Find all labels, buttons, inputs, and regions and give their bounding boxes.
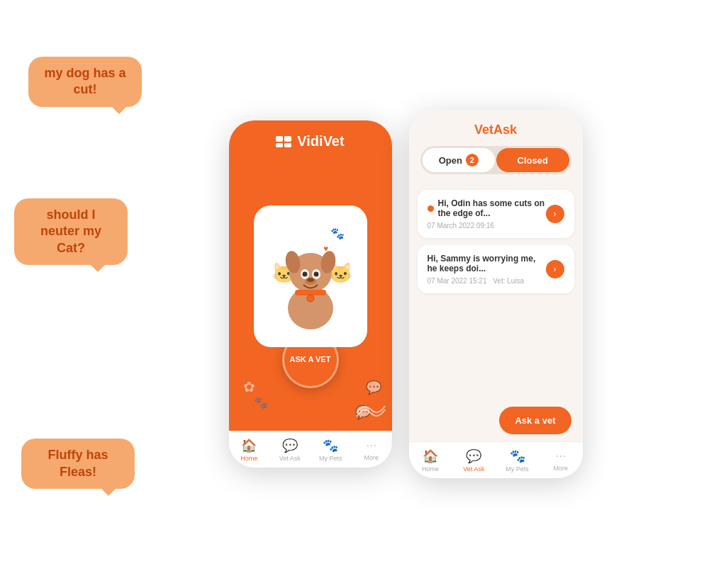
phone2-nav: 🏠 Home 💬 Vet Ask 🐾 My Pets ··· More xyxy=(409,441,583,478)
svg-rect-1 xyxy=(284,136,291,142)
nav-home-1[interactable]: 🏠 Home xyxy=(229,438,270,462)
ask-vet-label: ASK A VET xyxy=(290,355,331,364)
svg-point-13 xyxy=(313,272,318,277)
svg-rect-0 xyxy=(276,136,283,142)
deco-flower: ✿ xyxy=(243,378,255,395)
speech-bubble-2: should I neuter my Cat? xyxy=(14,198,128,265)
nav-mypets-2[interactable]: 🐾 My Pets xyxy=(496,448,539,473)
svg-text:🐾: 🐾 xyxy=(330,227,345,240)
more-icon-2: ··· xyxy=(555,448,566,463)
svg-point-15 xyxy=(307,278,314,282)
home-icon-1: 🏠 xyxy=(241,438,257,453)
message-arrow-1[interactable]: › xyxy=(546,205,564,223)
bubble1-text: my dog has a cut! xyxy=(44,66,125,96)
message-text-2: Hi, Sammy is worrying me, he keeps doi..… xyxy=(428,254,546,273)
phone2-content: VetAsk Open 2 Closed xyxy=(409,110,583,441)
nav-vetask-1[interactable]: 💬 Vet Ask xyxy=(269,438,311,462)
message-text-1: Hi, Odin has some cuts on the edge of... xyxy=(438,198,546,218)
nav-more-2[interactable]: ··· More xyxy=(539,448,582,472)
phone1-body: ✿ 🐾 💬 💬 ASK A VET xyxy=(229,347,392,431)
mypets-icon-2: 🐾 xyxy=(510,448,525,464)
deco-chat1: 💬 xyxy=(366,380,381,395)
tab-open[interactable]: Open 2 xyxy=(423,148,496,172)
nav-vetask-2[interactable]: 💬 Vet Ask xyxy=(452,448,496,473)
tab-open-label: Open xyxy=(439,155,462,166)
deco-paw: 🐾 xyxy=(254,396,268,409)
dog-svg: 🐱 🐱 xyxy=(268,216,353,337)
nav-mypets-label-2: My Pets xyxy=(506,465,529,473)
ask-vet-label-2: Ask a vet xyxy=(515,415,555,426)
message-date-1: 07 March 2022 09:16 xyxy=(428,222,546,230)
swirl-deco xyxy=(353,399,389,417)
speech-bubble-3: Fluffy has Fleas! xyxy=(21,439,135,489)
svg-point-12 xyxy=(302,272,307,277)
logo-icon xyxy=(276,135,293,149)
message-content-2: Hi, Sammy is worrying me, he keeps doi..… xyxy=(428,254,546,285)
phone2-header: VetAsk Open 2 Closed xyxy=(409,110,583,181)
message-arrow-2[interactable]: › xyxy=(546,260,564,278)
tab-closed-label: Closed xyxy=(518,155,548,166)
message-title-1: Hi, Odin has some cuts on the edge of... xyxy=(428,198,546,218)
bubble2-text: should I neuter my Cat? xyxy=(40,208,101,255)
nav-mypets-1[interactable]: 🐾 My Pets xyxy=(311,438,352,462)
svg-point-17 xyxy=(307,295,314,302)
nav-more-1[interactable]: ··· More xyxy=(351,438,392,461)
nav-more-label-2: More xyxy=(554,465,569,472)
nav-vetask-label-2: Vet Ask xyxy=(463,465,484,473)
more-icon-1: ··· xyxy=(366,438,376,453)
svg-rect-3 xyxy=(284,143,291,147)
messages-list: Hi, Odin has some cuts on the edge of...… xyxy=(409,181,583,400)
vetask-icon-1: 💬 xyxy=(282,438,298,453)
phone1-logo: VidiVet xyxy=(276,133,344,149)
mypets-icon-1: 🐾 xyxy=(323,438,338,453)
nav-home-label-1: Home xyxy=(240,455,257,462)
phone1-header: VidiVet 🐱 🐱 xyxy=(229,120,392,347)
message-vet-2: Vet: Luisa xyxy=(493,277,524,285)
home-icon-2: 🏠 xyxy=(423,448,438,464)
message-content-1: Hi, Odin has some cuts on the edge of...… xyxy=(428,198,546,230)
tab-switcher: Open 2 Closed xyxy=(420,146,571,174)
svg-text:♥: ♥ xyxy=(323,244,328,254)
phone1-nav: 🏠 Home 💬 Vet Ask 🐾 My Pets ··· More xyxy=(229,431,392,468)
tab-open-badge: 2 xyxy=(466,154,479,166)
vetask-icon-2: 💬 xyxy=(466,448,481,464)
phone2-title: VetAsk xyxy=(420,123,571,137)
message-title-2: Hi, Sammy is worrying me, he keeps doi..… xyxy=(428,254,546,273)
message-card-1[interactable]: Hi, Odin has some cuts on the edge of...… xyxy=(418,190,574,238)
message-date-2: 07 Mar 2022 15:21 xyxy=(428,277,487,285)
phone2: VetAsk Open 2 Closed xyxy=(409,110,583,478)
phone1: VidiVet 🐱 🐱 xyxy=(229,120,392,468)
nav-home-2[interactable]: 🏠 Home xyxy=(409,448,452,473)
logo-text: VidiVet xyxy=(297,133,344,149)
nav-more-label-1: More xyxy=(364,454,379,461)
tab-closed[interactable]: Closed xyxy=(496,148,569,172)
nav-home-label-2: Home xyxy=(422,465,439,473)
scene: my dog has a cut! should I neuter my Cat… xyxy=(0,0,726,588)
message-card-2[interactable]: Hi, Sammy is worrying me, he keeps doi..… xyxy=(418,245,574,293)
message-meta-2: 07 Mar 2022 15:21 Vet: Luisa xyxy=(428,277,546,285)
bubble3-text: Fluffy has Fleas! xyxy=(48,448,108,478)
phone2-footer: Ask a vet xyxy=(409,400,583,441)
svg-rect-2 xyxy=(276,143,283,147)
speech-bubble-1: my dog has a cut! xyxy=(28,57,142,107)
nav-vetask-label-1: Vet Ask xyxy=(279,455,301,462)
ask-vet-button-2[interactable]: Ask a vet xyxy=(499,407,571,434)
unread-dot-1 xyxy=(428,205,434,212)
nav-mypets-label-1: My Pets xyxy=(319,455,342,462)
ask-vet-button[interactable]: ASK A VET xyxy=(282,347,339,388)
dog-illustration: 🐱 🐱 xyxy=(254,205,367,347)
